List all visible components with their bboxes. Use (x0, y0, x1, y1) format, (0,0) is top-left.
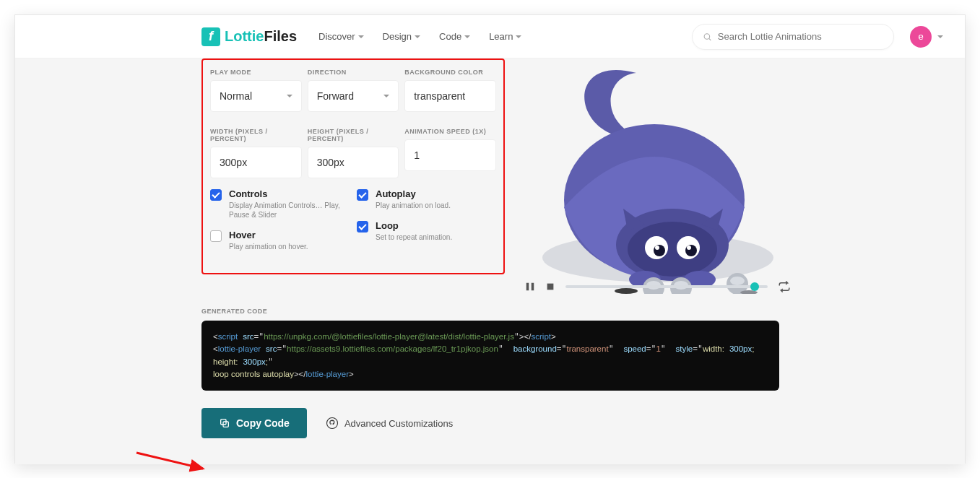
speed-input[interactable] (404, 139, 496, 171)
svg-line-5 (136, 453, 203, 469)
bgcolor-label: BACKGROUND COLOR (404, 69, 496, 76)
autoplay-desc: Play animation on load. (376, 201, 451, 210)
github-icon (326, 417, 339, 430)
loop-checkbox[interactable] (357, 221, 368, 233)
hover-desc: Play animation on hover. (229, 242, 308, 251)
search-icon (703, 32, 712, 42)
svg-point-23 (730, 277, 745, 285)
chevron-down-icon (464, 35, 470, 38)
generated-code-block: <script src="https://unpkg.com/@lottiefi… (201, 321, 779, 391)
loop-title: Loop (376, 220, 452, 231)
nav-item-design[interactable]: Design (383, 31, 420, 42)
cat-illustration (521, 63, 795, 294)
chevron-down-icon[interactable] (937, 35, 943, 38)
advanced-customizations-link[interactable]: Advanced Customizations (326, 417, 453, 430)
svg-point-4 (326, 418, 337, 429)
svg-point-24 (615, 288, 638, 294)
controls-checkbox[interactable] (210, 189, 222, 201)
svg-point-9 (628, 222, 717, 277)
playmode-select[interactable]: Normal (210, 80, 302, 112)
copy-code-button[interactable]: Copy Code (201, 408, 307, 438)
height-label: HEIGHT (PIXELS / PERCENT) (308, 128, 399, 142)
chevron-down-icon (415, 35, 420, 38)
width-input[interactable] (210, 147, 302, 178)
seek-thumb[interactable] (750, 282, 759, 291)
svg-point-13 (685, 245, 697, 256)
svg-point-0 (704, 33, 709, 38)
player-options-panel: PLAY MODE Normal DIRECTION Forward BACKG… (201, 58, 505, 274)
chevron-down-icon (516, 35, 521, 38)
controls-title: Controls (229, 188, 350, 199)
loop-desc: Set to repeat animation. (376, 233, 452, 242)
search-box[interactable] (692, 24, 894, 50)
width-label: WIDTH (PIXELS / PERCENT) (210, 128, 302, 142)
controls-desc: Display Animation Controls… Play, Pause … (229, 201, 350, 220)
logo-text: LottieFiles (225, 28, 297, 45)
top-nav: f LottieFiles Discover Design Code Learn… (15, 15, 965, 58)
hover-title: Hover (229, 230, 308, 240)
direction-select[interactable]: Forward (308, 80, 399, 112)
height-input[interactable] (308, 147, 399, 178)
nav-item-learn[interactable]: Learn (489, 31, 521, 42)
seek-slider[interactable] (565, 285, 768, 288)
speed-label: ANIMATION SPEED (1X) (404, 128, 496, 135)
svg-point-15 (687, 245, 691, 250)
logo[interactable]: f LottieFiles (201, 27, 297, 46)
nav-item-code[interactable]: Code (439, 31, 470, 42)
autoplay-title: Autoplay (376, 188, 451, 199)
bgcolor-input[interactable] (404, 80, 496, 112)
chevron-down-icon (383, 95, 389, 97)
svg-line-1 (709, 38, 711, 40)
direction-label: DIRECTION (308, 69, 399, 76)
chevron-down-icon (358, 35, 364, 38)
search-input[interactable] (718, 31, 883, 42)
generated-code-label: GENERATED CODE (201, 308, 505, 315)
animation-preview (521, 63, 795, 292)
svg-point-14 (655, 245, 659, 250)
callout-arrow-icon (134, 448, 213, 477)
avatar[interactable]: e (910, 26, 932, 48)
chevron-down-icon (287, 95, 292, 97)
autoplay-checkbox[interactable] (357, 189, 368, 201)
nav-item-discover[interactable]: Discover (318, 31, 364, 42)
playmode-label: PLAY MODE (210, 69, 302, 76)
svg-point-12 (654, 245, 665, 256)
copy-icon (219, 417, 230, 429)
hover-checkbox[interactable] (210, 230, 222, 242)
logo-icon: f (201, 27, 220, 46)
